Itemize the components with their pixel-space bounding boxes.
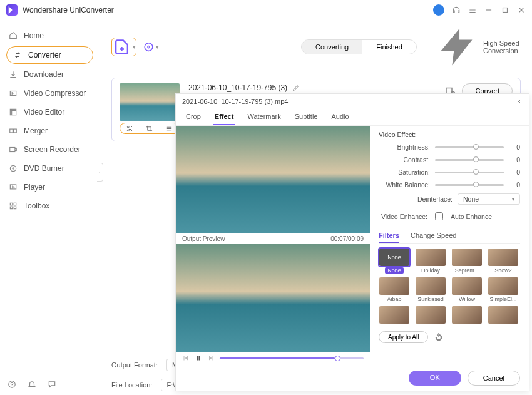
auto-enhance-checkbox[interactable]: [435, 212, 443, 220]
preview-time: 00:07/00:09: [330, 235, 364, 242]
add-file-button[interactable]: ▾: [111, 38, 136, 56]
file-name: 2021-06-10_10-17-19-795 (3): [188, 83, 287, 92]
headset-icon[interactable]: [452, 6, 461, 14]
filter-label: Snow2: [494, 267, 512, 274]
filter-label: Willow: [459, 296, 475, 302]
app-name: Wondershare UniConverter: [23, 6, 114, 14]
filter-label: Holiday: [421, 267, 440, 274]
high-speed-toggle[interactable]: High Speed Conversion: [436, 25, 521, 69]
bell-icon[interactable]: [28, 380, 36, 389]
filter-septem...[interactable]: Septem...: [451, 249, 483, 274]
sidebar-item-label: Toolbox: [24, 202, 49, 210]
toolbox-icon: [9, 202, 18, 210]
output-preview-label: Output Preview: [182, 235, 225, 242]
whitebalance-slider[interactable]: [435, 184, 504, 186]
sidebar-item-toolbox[interactable]: Toolbox: [0, 197, 100, 215]
svg-rect-10: [14, 203, 16, 205]
collapse-sidebar[interactable]: ‹: [97, 163, 103, 182]
tab-effect[interactable]: Effect: [213, 109, 235, 125]
sidebar-item-player[interactable]: Player: [0, 178, 100, 197]
saturation-value: 0: [509, 168, 520, 176]
sidebar-item-converter[interactable]: Converter: [6, 46, 93, 64]
filter-none[interactable]: NoneNone: [379, 249, 410, 274]
filter-simpleel...[interactable]: SimpleEl...: [488, 277, 519, 302]
next-frame-icon[interactable]: [207, 354, 215, 362]
reset-icon[interactable]: [434, 333, 443, 342]
filter-aibao[interactable]: Aibao: [379, 277, 410, 302]
filter-item-8[interactable]: [379, 306, 410, 325]
tab-watermark[interactable]: Watermark: [246, 109, 282, 125]
filter-label: Aibao: [387, 296, 401, 302]
prev-frame-icon[interactable]: [182, 354, 190, 362]
svg-rect-2: [10, 109, 16, 115]
tab-finished[interactable]: Finished: [362, 40, 416, 54]
minimize-icon[interactable]: [484, 6, 493, 14]
sidebar-item-recorder[interactable]: Screen Recorder: [0, 140, 100, 159]
tab-converting[interactable]: Converting: [302, 40, 362, 54]
contrast-slider[interactable]: [435, 159, 504, 161]
subtab-filters[interactable]: Filters: [379, 229, 399, 243]
sidebar-item-editor[interactable]: Video Editor: [0, 103, 100, 121]
dvd-icon: [9, 164, 18, 173]
svg-rect-12: [14, 207, 16, 209]
sidebar-item-label: Home: [24, 31, 44, 40]
svg-rect-9: [10, 203, 13, 205]
hsc-label: High Speed Conversion: [483, 39, 521, 54]
filter-snow2[interactable]: Snow2: [488, 249, 519, 274]
saturation-slider[interactable]: [435, 172, 504, 173]
sidebar-item-merger[interactable]: Merger: [0, 121, 100, 140]
file-location-label: File Location:: [111, 381, 152, 389]
deinterlace-select[interactable]: None▾: [458, 193, 520, 205]
sidebar-item-downloader[interactable]: Downloader: [0, 65, 100, 84]
sidebar-item-dvd[interactable]: DVD Burner: [0, 159, 100, 178]
filter-item-9[interactable]: [415, 306, 446, 325]
svg-rect-3: [10, 129, 13, 133]
sidebar-item-home[interactable]: Home: [0, 26, 100, 45]
output-format-label: Output Format:: [111, 361, 158, 369]
svg-point-6: [10, 165, 16, 171]
ok-button[interactable]: OK: [409, 371, 461, 386]
tab-audio[interactable]: Audio: [330, 109, 350, 125]
help-icon[interactable]: [8, 380, 16, 389]
feedback-icon[interactable]: [48, 380, 56, 389]
pause-icon[interactable]: [195, 354, 202, 362]
filter-sunkissed[interactable]: Sunkissed: [415, 277, 446, 302]
tab-subtitle[interactable]: Subtitle: [294, 109, 319, 125]
filter-label: None: [385, 267, 404, 274]
filter-holiday[interactable]: Holiday: [415, 249, 446, 274]
sidebar-item-label: DVD Burner: [24, 164, 64, 173]
maximize-icon[interactable]: [501, 6, 509, 14]
brightness-slider[interactable]: [435, 146, 504, 148]
sidebar-item-compressor[interactable]: Video Compressor: [0, 84, 100, 103]
player-icon: [9, 183, 18, 192]
trim-icon[interactable]: [126, 125, 133, 132]
apply-all-button[interactable]: Apply to All: [379, 331, 428, 343]
panel-close-icon[interactable]: [515, 98, 523, 105]
file-thumbnail[interactable]: [120, 83, 180, 121]
subtab-speed[interactable]: Change Speed: [411, 229, 456, 243]
contrast-value: 0: [509, 156, 520, 163]
tab-crop[interactable]: Crop: [185, 109, 202, 125]
enhance-label: Video Enhance:: [379, 213, 427, 220]
converter-icon: [13, 51, 22, 59]
crop-icon[interactable]: [146, 125, 153, 132]
close-icon[interactable]: [517, 6, 526, 14]
playback-slider[interactable]: [220, 357, 364, 359]
filter-item-10[interactable]: [451, 306, 483, 325]
panel-filename: 2021-06-10_10-17-19-795 (3).mp4: [182, 98, 288, 105]
dvd-load-button[interactable]: ▾: [143, 39, 159, 55]
effect-icon[interactable]: [166, 125, 173, 132]
deinterlace-label: Deinterlace:: [404, 195, 453, 203]
cancel-button[interactable]: Cancel: [468, 371, 520, 386]
download-icon: [9, 70, 18, 79]
video-effect-label: Video Effect:: [379, 131, 520, 138]
edit-name-icon[interactable]: [292, 84, 300, 91]
original-preview: [176, 126, 370, 233]
menu-icon[interactable]: [468, 6, 477, 14]
sidebar-item-label: Video Editor: [24, 108, 64, 116]
svg-rect-4: [14, 129, 17, 133]
filter-willow[interactable]: Willow: [451, 277, 483, 302]
user-avatar[interactable]: [433, 4, 444, 16]
filter-item-11[interactable]: [488, 306, 519, 325]
whitebalance-label: White Balance:: [381, 181, 430, 188]
